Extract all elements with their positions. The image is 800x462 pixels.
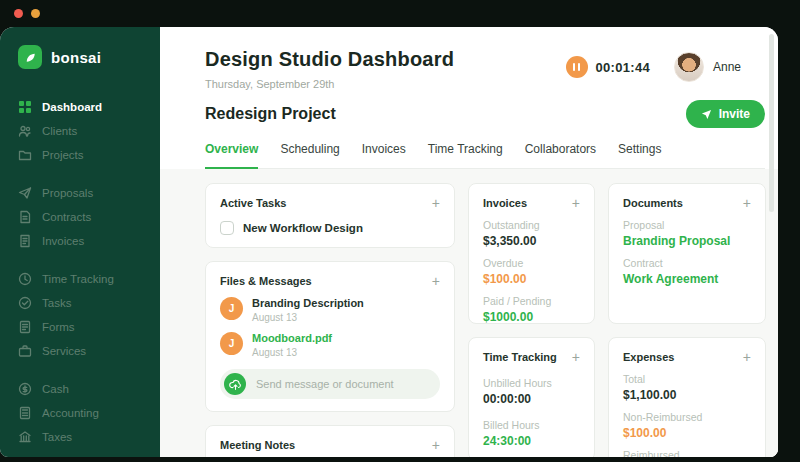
task-item: New Workflow Design: [220, 221, 440, 235]
message-item: J Branding Description August 13: [220, 297, 440, 323]
documents-card: Documents + Proposal Branding Proposal C…: [608, 183, 766, 324]
sidebar-item-taxes[interactable]: Taxes: [18, 425, 160, 449]
tab-overview[interactable]: Overview: [205, 142, 258, 169]
stat-value: $1,100.00: [623, 388, 751, 402]
coin-icon: [18, 382, 32, 396]
sidebar-item-accounting[interactable]: Accounting: [18, 401, 160, 425]
stat: Overdue $100.00: [483, 257, 580, 286]
briefcase-icon: [18, 344, 32, 358]
cloud-upload-icon: [229, 378, 242, 391]
sidebar: bonsai Dashboard Clients Projects Propos…: [0, 27, 160, 457]
stat-label: Outstanding: [483, 219, 580, 231]
paper-plane-icon: [18, 186, 32, 200]
add-task-button[interactable]: +: [432, 196, 440, 210]
logo-text: bonsai: [51, 49, 101, 66]
stat: Non-Reimbursed $100.00: [623, 411, 751, 440]
sidebar-item-label: Cash: [42, 383, 69, 395]
invite-button-label: Invite: [719, 107, 750, 121]
user-name: Anne: [713, 60, 741, 74]
task-label: New Workflow Design: [243, 222, 363, 234]
add-time-entry-button[interactable]: +: [572, 350, 580, 364]
stat-value: $100.00: [483, 272, 580, 286]
upload-button[interactable]: [224, 373, 246, 395]
sender-avatar: J: [220, 297, 243, 320]
sidebar-item-label: Invoices: [42, 235, 84, 247]
grid-icon: [18, 100, 32, 114]
add-invoice-button[interactable]: +: [572, 196, 580, 210]
page-header: Design Studio Dashboard Thursday, Septem…: [160, 27, 778, 169]
sidebar-item-tasks[interactable]: Tasks: [18, 291, 160, 315]
sidebar-item-clients[interactable]: Clients: [18, 119, 160, 143]
stat-value: $3,350.00: [483, 234, 580, 248]
column-left: Active Tasks + New Workflow Design Files…: [205, 183, 455, 457]
tab-time-tracking[interactable]: Time Tracking: [428, 142, 503, 168]
sidebar-item-label: Taxes: [42, 431, 72, 443]
close-window-button[interactable]: [14, 9, 23, 18]
user-menu[interactable]: Anne: [674, 52, 741, 82]
tab-collaborators[interactable]: Collaborators: [525, 142, 596, 168]
bonsai-logo: bonsai: [18, 45, 160, 69]
sidebar-item-forms[interactable]: Forms: [18, 315, 160, 339]
message-title: Branding Description: [252, 297, 364, 309]
scrollbar-thumb[interactable]: [769, 34, 774, 212]
file-link[interactable]: Moodboard.pdf: [252, 332, 332, 344]
timer-pause-button[interactable]: [566, 56, 588, 78]
page-date: Thursday, September 29th: [205, 78, 454, 90]
sidebar-group-finance: Cash Accounting Taxes: [18, 377, 160, 449]
sidebar-item-label: Services: [42, 345, 86, 357]
sidebar-item-invoices[interactable]: Invoices: [18, 229, 160, 253]
message-input[interactable]: [254, 377, 430, 391]
active-tasks-card: Active Tasks + New Workflow Design: [205, 183, 455, 248]
tab-settings[interactable]: Settings: [618, 142, 661, 168]
stat-label: Overdue: [483, 257, 580, 269]
sidebar-item-label: Contracts: [42, 211, 91, 223]
title-block: Design Studio Dashboard Thursday, Septem…: [205, 48, 454, 90]
invite-button[interactable]: Invite: [686, 100, 765, 128]
sidebar-item-proposals[interactable]: Proposals: [18, 181, 160, 205]
document-link[interactable]: Branding Proposal: [623, 234, 751, 248]
column-middle: Invoices + Outstanding $3,350.00 Overdue…: [468, 183, 595, 457]
folder-icon: [18, 148, 32, 162]
document-link[interactable]: Work Agreement: [623, 272, 751, 286]
stat: Reimbursed $1000.00: [623, 449, 751, 457]
sidebar-item-label: Proposals: [42, 187, 93, 199]
sender-avatar: J: [220, 332, 243, 355]
tab-scheduling[interactable]: Scheduling: [280, 142, 339, 168]
invoice-file-icon: [18, 234, 32, 248]
sidebar-item-dashboard[interactable]: Dashboard: [18, 95, 160, 119]
pause-icon: [573, 63, 576, 71]
stat: Total $1,100.00: [623, 373, 751, 402]
sidebar-item-contracts[interactable]: Contracts: [18, 205, 160, 229]
add-note-button[interactable]: +: [432, 438, 440, 452]
add-file-button[interactable]: +: [432, 274, 440, 288]
minimize-window-button[interactable]: [31, 9, 40, 18]
sidebar-item-services[interactable]: Services: [18, 339, 160, 363]
avatar: [674, 52, 704, 82]
header-right-cluster: 00:01:44 Anne: [566, 52, 741, 82]
project-tabs: Overview Scheduling Invoices Time Tracki…: [205, 142, 765, 169]
pause-icon: [578, 63, 581, 71]
card-title: Files & Messages: [220, 275, 312, 287]
card-title: Time Tracking: [483, 351, 557, 363]
expenses-card: Expenses + Total $1,100.00 Non-Reimburse…: [608, 337, 766, 457]
time-tracking-card: Time Tracking + Unbilled Hours 00:00:00 …: [468, 337, 595, 457]
card-title: Documents: [623, 197, 683, 209]
bonsai-leaf-icon: [18, 45, 42, 69]
sidebar-item-time-tracking[interactable]: Time Tracking: [18, 267, 160, 291]
card-title: Invoices: [483, 197, 527, 209]
sidebar-item-cash[interactable]: Cash: [18, 377, 160, 401]
tab-invoices[interactable]: Invoices: [362, 142, 406, 168]
app-window: bonsai Dashboard Clients Projects Propos…: [0, 27, 778, 457]
add-expense-button[interactable]: +: [743, 350, 751, 364]
sidebar-item-label: Accounting: [42, 407, 99, 419]
calculator-icon: [18, 406, 32, 420]
stat-label: Paid / Pending: [483, 295, 580, 307]
sidebar-item-label: Dashboard: [42, 101, 102, 113]
meeting-notes-card: Meeting Notes + Moodboard Aug 15: [205, 425, 455, 457]
task-checkbox[interactable]: [220, 221, 234, 235]
sidebar-item-projects[interactable]: Projects: [18, 143, 160, 167]
sidebar-item-label: Tasks: [42, 297, 71, 309]
invoices-card: Invoices + Outstanding $3,350.00 Overdue…: [468, 183, 595, 324]
stat-label: Reimbursed: [623, 449, 751, 457]
add-document-button[interactable]: +: [743, 196, 751, 210]
